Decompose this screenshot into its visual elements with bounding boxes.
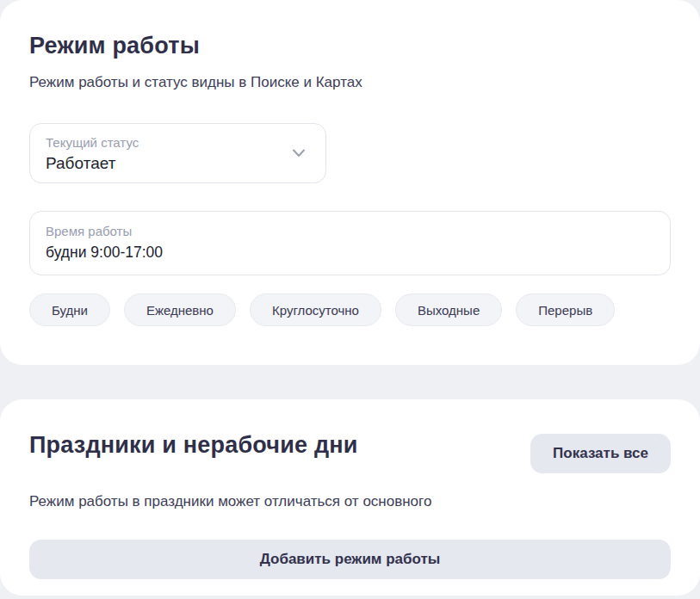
add-schedule-button[interactable]: Добавить режим работы xyxy=(29,540,671,579)
chip-break[interactable]: Перерыв xyxy=(516,293,615,326)
chip-daily[interactable]: Ежедневно xyxy=(124,293,236,326)
working-time-label: Время работы xyxy=(46,224,654,238)
current-status-select[interactable]: Текущий статус Работает xyxy=(29,123,326,183)
holidays-subtitle: Режим работы в праздники может отличатьс… xyxy=(29,492,671,510)
holidays-title: Праздники и нерабочие дни xyxy=(29,432,358,458)
schedule-presets-row: Будни Ежедневно Круглосуточно Выходные П… xyxy=(29,293,671,326)
working-hours-card: Режим работы Режим работы и статус видны… xyxy=(0,0,700,365)
working-time-input[interactable] xyxy=(46,243,654,262)
current-status-label: Текущий статус xyxy=(46,135,310,150)
chip-around-the-clock[interactable]: Круглосуточно xyxy=(250,293,381,326)
chevron-down-icon xyxy=(291,147,307,159)
working-hours-subtitle: Режим работы и статус видны в Поиске и К… xyxy=(29,73,671,91)
show-all-button[interactable]: Показать все xyxy=(530,434,671,473)
working-time-field[interactable]: Время работы xyxy=(29,211,671,275)
page-title: Режим работы xyxy=(29,33,671,59)
holidays-header: Праздники и нерабочие дни Показать все xyxy=(29,432,671,473)
chip-weekends[interactable]: Выходные xyxy=(395,293,502,326)
chip-weekdays[interactable]: Будни xyxy=(29,293,110,326)
current-status-value: Работает xyxy=(46,153,310,174)
holidays-card: Праздники и нерабочие дни Показать все Р… xyxy=(0,399,700,596)
